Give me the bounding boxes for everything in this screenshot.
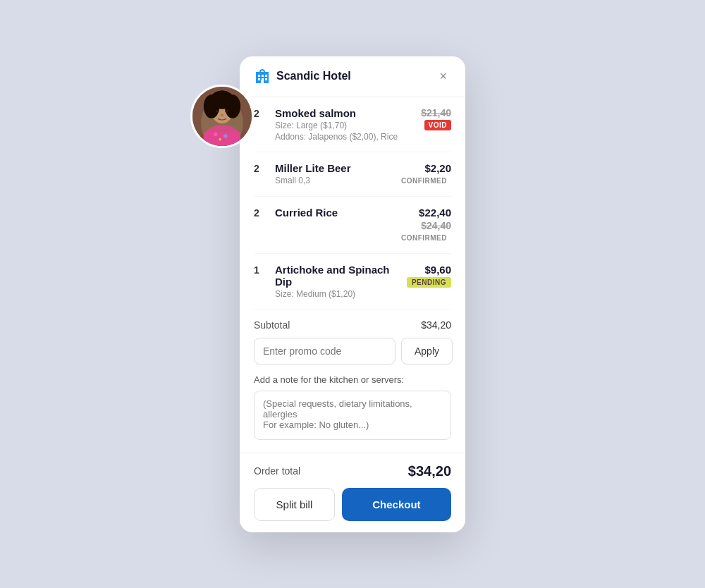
svg-point-10	[223, 134, 228, 138]
promo-input[interactable]	[254, 338, 396, 365]
item-price-2: $2,20	[424, 162, 451, 174]
note-section: Add a note for the kitchen or servers:	[254, 374, 451, 453]
promo-row: Apply	[254, 338, 451, 374]
order-total-row: Order total $34,20	[254, 463, 451, 479]
order-item-1: 2 Smoked salmon Size: Large ($1,70) Addo…	[254, 97, 451, 152]
item-price-4: $9,60	[424, 264, 451, 276]
checkout-button[interactable]: Checkout	[342, 488, 451, 521]
svg-point-9	[214, 132, 218, 136]
svg-point-6	[210, 90, 234, 109]
item-name-3: Curried Rice	[275, 207, 390, 219]
item-qty-2: 2	[254, 162, 268, 174]
item-qty-4: 1	[254, 264, 268, 276]
item-name-1: Smoked salmon	[275, 107, 414, 119]
order-item-3: 2 Curried Rice $22,40 $24,40 CONFIRMED	[254, 197, 451, 254]
item-badge-2: CONFIRMED	[397, 176, 451, 186]
subtotal-row: Subtotal $34,20	[254, 310, 451, 338]
item-name-4: Artichoke and Spinach Dip	[275, 264, 400, 288]
apply-button[interactable]: Apply	[401, 338, 453, 365]
item-sub1-2: Small 0,3	[275, 176, 390, 185]
avatar	[190, 85, 254, 148]
item-badge-3: CONFIRMED	[397, 233, 451, 243]
svg-point-12	[216, 109, 219, 112]
item-price-block-4: $9,60 PENDING	[407, 264, 451, 288]
svg-rect-8	[204, 131, 240, 146]
note-textarea[interactable]	[254, 391, 451, 440]
item-badge-4: PENDING	[407, 277, 451, 288]
svg-point-13	[225, 109, 228, 112]
order-total-amount: $34,20	[408, 463, 451, 479]
order-modal-scene: Scandic Hotel × 2 Smoked salmon Size: La…	[240, 56, 465, 532]
item-price-block-2: $2,20 CONFIRMED	[397, 162, 451, 186]
order-item-4: 1 Artichoke and Spinach Dip Size: Medium…	[254, 254, 451, 310]
item-badge-1: VOID	[424, 120, 451, 130]
item-details-3: Curried Rice	[275, 207, 390, 219]
order-total-label: Order total	[254, 465, 300, 477]
modal-header: Scandic Hotel ×	[240, 56, 465, 97]
modal-body: 2 Smoked salmon Size: Large ($1,70) Addo…	[240, 97, 465, 453]
note-label: Add a note for the kitchen or servers:	[254, 374, 451, 385]
item-sub1-4: Size: Medium ($1,20)	[275, 289, 400, 299]
item-details-2: Miller Lite Beer Small 0,3	[275, 162, 390, 185]
footer-buttons: Split bill Checkout	[254, 488, 451, 521]
item-sub2-1: Addons: Jalapenos ($2,00), Rice	[275, 132, 414, 142]
modal-footer: Order total $34,20 Split bill Checkout	[240, 453, 465, 532]
item-price-block-3: $22,40 $24,40 CONFIRMED	[397, 207, 451, 243]
split-bill-button[interactable]: Split bill	[254, 488, 335, 521]
item-sub1-1: Size: Large ($1,70)	[275, 121, 414, 130]
svg-point-14	[221, 114, 223, 116]
item-price-1: $21,40	[421, 107, 451, 118]
svg-point-11	[219, 137, 221, 140]
order-item-2: 2 Miller Lite Beer Small 0,3 $2,20 CONFI…	[254, 152, 451, 197]
hotel-icon	[254, 68, 271, 85]
item-qty-3: 2	[254, 207, 268, 219]
modal-title: Scandic Hotel	[276, 70, 435, 82]
order-modal: Scandic Hotel × 2 Smoked salmon Size: La…	[240, 56, 465, 532]
item-price-original-3: $24,40	[421, 220, 451, 231]
item-name-2: Miller Lite Beer	[275, 162, 390, 174]
subtotal-amount: $34,20	[421, 319, 451, 331]
item-price-block-1: $21,40 VOID	[421, 107, 451, 130]
item-details-4: Artichoke and Spinach Dip Size: Medium (…	[275, 264, 400, 299]
item-price-3: $22,40	[419, 207, 451, 219]
item-details-1: Smoked salmon Size: Large ($1,70) Addons…	[275, 107, 414, 142]
subtotal-label: Subtotal	[254, 319, 290, 331]
item-qty-1: 2	[254, 107, 268, 119]
close-button[interactable]: ×	[435, 68, 451, 85]
